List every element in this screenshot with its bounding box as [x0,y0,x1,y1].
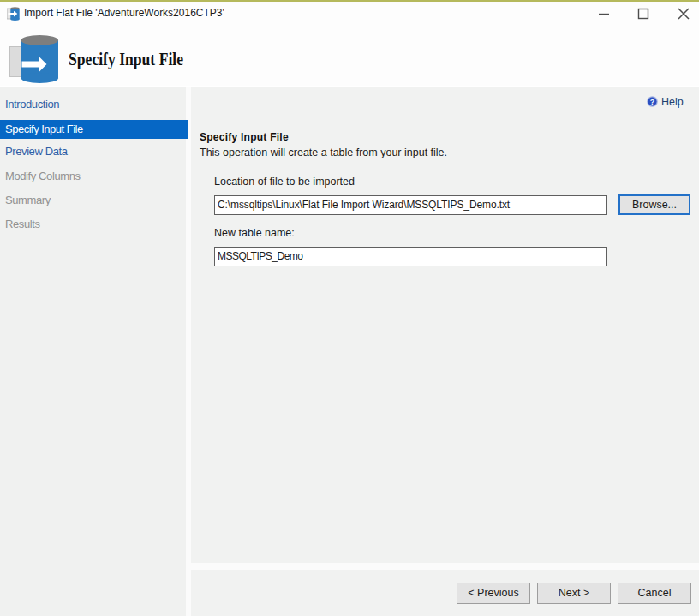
svg-text:?: ? [650,98,655,106]
